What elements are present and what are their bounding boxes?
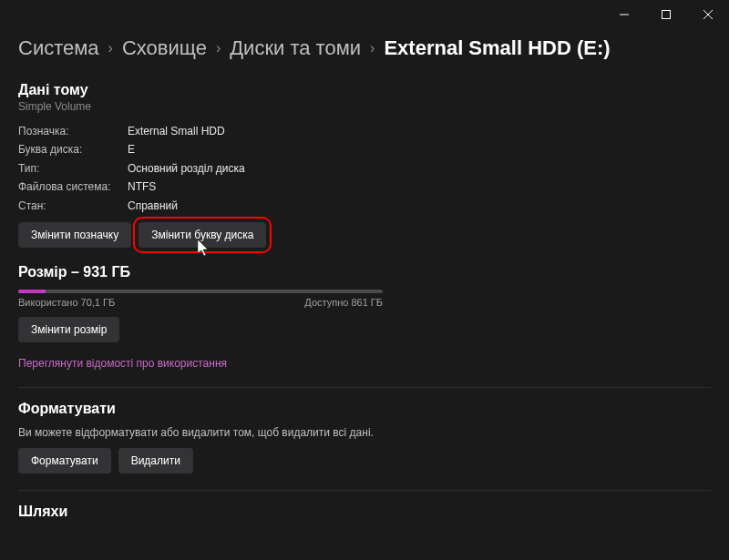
titlebar	[0, 0, 729, 29]
kv-val: Основний розділ диска	[128, 159, 245, 178]
size-section: Розмір – 931 ГБ Використано 70,1 ГБ Дост…	[18, 264, 711, 371]
svg-rect-1	[662, 11, 671, 19]
kv-key: Позначка:	[18, 122, 128, 140]
kv-key: Стан:	[18, 197, 128, 215]
format-heading: Форматувати	[18, 401, 711, 417]
kv-key: Буква диска:	[18, 140, 128, 158]
kv-val: E	[128, 140, 135, 158]
kv-val: Справний	[128, 197, 178, 215]
divider	[18, 490, 711, 491]
kv-row-label: Позначка: External Small HDD	[18, 122, 711, 140]
volume-data-heading: Дані тому	[18, 82, 711, 98]
used-label: Використано 70,1 ГБ	[18, 297, 115, 308]
storage-progress-bar	[18, 290, 383, 293]
format-button[interactable]: Форматувати	[18, 448, 111, 473]
paths-section: Шляхи	[18, 504, 711, 520]
breadcrumb-disks-volumes[interactable]: Диски та томи	[230, 36, 361, 60]
breadcrumb-storage[interactable]: Сховище	[122, 36, 207, 60]
kv-row-filesystem: Файлова система: NTFS	[18, 178, 711, 196]
change-label-button[interactable]: Змінити позначку	[18, 222, 131, 248]
size-heading: Розмір – 931 ГБ	[18, 264, 711, 280]
chevron-right-icon: ›	[216, 40, 221, 56]
chevron-right-icon: ›	[370, 40, 375, 56]
kv-val: External Small HDD	[128, 122, 225, 140]
change-size-button[interactable]: Змінити розмір	[18, 317, 119, 342]
breadcrumb: Система › Сховище › Диски та томи › Exte…	[18, 36, 711, 60]
minimize-button[interactable]	[603, 0, 645, 29]
kv-val: NTFS	[128, 178, 156, 196]
available-label: Доступно 861 ГБ	[304, 297, 383, 308]
format-description: Ви можете відформатувати або видалити то…	[18, 426, 711, 439]
volume-data-section: Дані тому Simple Volume Позначка: Extern…	[18, 82, 711, 248]
breadcrumb-system[interactable]: Система	[18, 36, 99, 60]
volume-type-text: Simple Volume	[18, 100, 711, 113]
storage-progress-fill	[18, 290, 46, 293]
kv-key: Тип:	[18, 159, 128, 178]
maximize-button[interactable]	[645, 0, 687, 29]
change-drive-letter-button[interactable]: Змінити букву диска	[139, 222, 266, 248]
chevron-right-icon: ›	[108, 40, 113, 56]
format-section: Форматувати Ви можете відформатувати або…	[18, 401, 711, 473]
close-button[interactable]	[687, 0, 729, 29]
kv-key: Файлова система:	[18, 178, 128, 196]
view-usage-link[interactable]: Переглянути відомості про використання	[18, 357, 227, 370]
paths-heading: Шляхи	[18, 504, 711, 520]
breadcrumb-current: External Small HDD (E:)	[384, 36, 610, 60]
kv-row-type: Тип: Основний розділ диска	[18, 159, 711, 178]
kv-row-status: Стан: Справний	[18, 197, 711, 215]
kv-row-drive-letter: Буква диска: E	[18, 140, 711, 158]
divider	[18, 387, 711, 388]
delete-button[interactable]: Видалити	[118, 448, 193, 473]
